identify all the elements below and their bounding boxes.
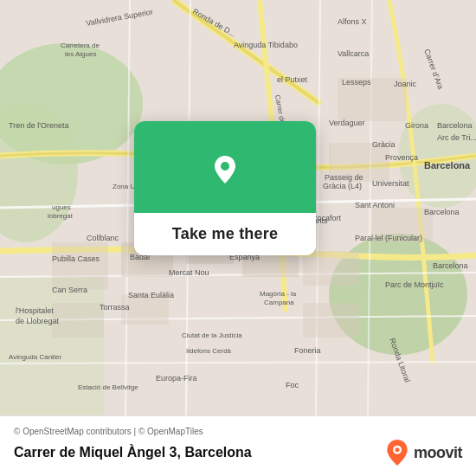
svg-text:Barcelona: Barcelona: [424, 160, 471, 170]
svg-rect-22: [52, 303, 104, 338]
svg-text:Alfons X: Alfons X: [338, 17, 367, 26]
location-name: Carrer de Miquel Àngel 3, Barcelona: [14, 445, 252, 460]
svg-text:Barcelona: Barcelona: [437, 121, 473, 130]
moovit-wordmark: moovit: [414, 444, 462, 462]
map-attribution: © OpenStreetMap contributors | © OpenMap…: [14, 427, 462, 436]
svg-text:el Putxet: el Putxet: [277, 75, 308, 84]
svg-text:Tren de l'Oreneta: Tren de l'Oreneta: [9, 121, 68, 130]
bottom-bar: © OpenStreetMap contributors | © OpenMap…: [0, 415, 476, 476]
svg-text:l'Hospitalet: l'Hospitalet: [16, 306, 54, 315]
svg-text:Rocafort: Rocafort: [312, 214, 342, 222]
svg-text:Europa-Fira: Europa-Fira: [156, 374, 197, 383]
svg-text:Parc de Montjuïc: Parc de Montjuïc: [385, 280, 444, 289]
svg-text:Joanic: Joanic: [394, 80, 417, 88]
svg-text:Vallcarca: Vallcarca: [338, 49, 369, 58]
svg-text:Barcelona: Barcelona: [433, 261, 468, 270]
svg-rect-25: [303, 303, 359, 338]
svg-text:les Aigues: les Aigues: [65, 50, 96, 58]
svg-text:Magòria - la: Magòria - la: [260, 290, 297, 298]
svg-text:ugues: ugues: [52, 203, 71, 211]
svg-text:Barcelona: Barcelona: [424, 208, 460, 216]
svg-text:lobregat: lobregat: [48, 212, 74, 220]
moovit-pin-icon: [384, 440, 410, 466]
svg-text:Estació de Bellvitge: Estació de Bellvitge: [78, 383, 138, 391]
svg-text:Foneria: Foneria: [294, 346, 321, 355]
svg-text:Can Serra: Can Serra: [52, 286, 87, 294]
svg-text:Collblanc: Collblanc: [87, 234, 119, 242]
svg-text:Sant Antoni: Sant Antoni: [355, 201, 395, 209]
cta-card: Take me there: [134, 121, 316, 255]
take-me-there-button[interactable]: Take me there: [134, 213, 316, 255]
svg-text:Gràcia (L4): Gràcia (L4): [323, 182, 362, 190]
svg-text:Carretera de: Carretera de: [61, 42, 100, 49]
svg-text:Pubilla Cases: Pubilla Cases: [52, 254, 100, 263]
svg-text:de Llobregat: de Llobregat: [16, 317, 60, 325]
svg-text:Lesseps: Lesseps: [342, 78, 371, 87]
cta-card-header: [134, 121, 316, 213]
svg-text:Santa Eulàlia: Santa Eulàlia: [128, 291, 174, 299]
svg-text:Verdaguer: Verdaguer: [329, 119, 365, 127]
svg-text:Avinguda Tibidabo: Avinguda Tibidabo: [234, 41, 298, 49]
svg-rect-21: [52, 242, 108, 290]
svg-text:Avinguda Cantler: Avinguda Cantler: [9, 353, 62, 361]
svg-text:Ildefons Cerdà: Ildefons Cerdà: [186, 347, 232, 355]
svg-text:Campana: Campana: [264, 299, 294, 306]
svg-text:Mercat Nou: Mercat Nou: [169, 268, 209, 277]
moovit-logo: moovit: [384, 440, 462, 466]
svg-text:Girona: Girona: [405, 121, 428, 130]
svg-text:Provença: Provença: [385, 153, 418, 162]
svg-text:Torrassa: Torrassa: [100, 303, 130, 312]
svg-rect-24: [303, 251, 359, 286]
svg-point-84: [221, 162, 229, 170]
svg-rect-5: [0, 277, 104, 415]
svg-text:Passeig de: Passeig de: [325, 173, 363, 182]
location-row: Carrer de Miquel Àngel 3, Barcelona moov…: [14, 440, 462, 466]
svg-text:Universitat: Universitat: [372, 179, 409, 188]
svg-text:Paral·lel (Funicular): Paral·lel (Funicular): [355, 234, 422, 242]
location-pin-icon: [202, 145, 248, 192]
svg-text:Gràcia: Gràcia: [372, 140, 396, 149]
svg-text:Foc: Foc: [286, 381, 299, 389]
svg-text:Ciutat de la Justícia: Ciutat de la Justícia: [182, 331, 242, 339]
svg-point-86: [395, 447, 399, 452]
svg-text:Arc de Tri...: Arc de Tri...: [437, 133, 476, 142]
